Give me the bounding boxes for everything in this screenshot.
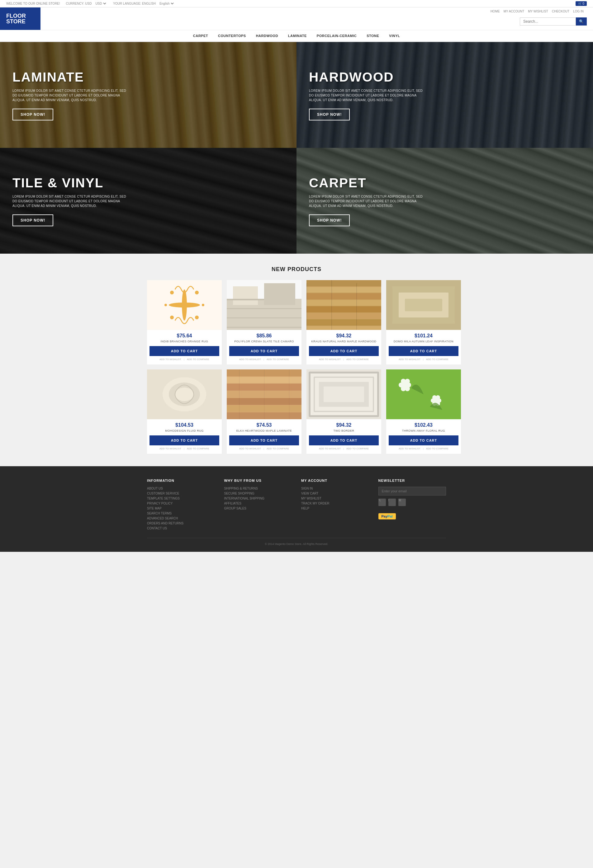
svg-rect-11	[233, 286, 258, 305]
product-card-1: $75.64 INDIB BRANCHES ORANGE RUG ADD TO …	[147, 280, 222, 365]
footer-link-my-wishlist[interactable]: MY WISHLIST	[301, 497, 369, 500]
hardwood-shop-button[interactable]: SHOP NOW!	[309, 109, 350, 120]
add-to-cart-button-5[interactable]: ADD TO CART	[149, 435, 219, 445]
search-button[interactable]: 🔍	[576, 18, 587, 25]
paypal-badge: PayPal	[379, 513, 396, 520]
footer-information-title: INFORMATION	[147, 479, 215, 483]
nav-countertops[interactable]: COUNTERTOPS	[213, 30, 251, 41]
wishlist-link-5[interactable]: ADD TO WISHLIST	[160, 447, 181, 450]
compare-link-4[interactable]: ADD TO COMPARE	[426, 358, 448, 361]
footer-link-group-sales[interactable]: GROUP SALES	[224, 507, 292, 510]
compare-link-2[interactable]: ADD TO COMPARE	[266, 358, 289, 361]
footer-link-sign-in[interactable]: SIGN IN	[301, 487, 369, 490]
compare-link-3[interactable]: ADD TO COMPARE	[346, 358, 369, 361]
search-input[interactable]	[520, 18, 576, 25]
compare-link-5[interactable]: ADD TO COMPARE	[187, 447, 209, 450]
add-to-cart-button-6[interactable]: ADD TO CART	[229, 435, 299, 445]
my-account-link[interactable]: MY ACCOUNT	[504, 10, 525, 13]
welcome-message: WELCOME TO OUR ONLINE STORE! CURRENCY: U…	[6, 1, 175, 6]
footer-link-orders[interactable]: ORDERS AND RETURNS	[147, 522, 215, 525]
laminate-title: LAMINATE	[12, 70, 131, 85]
product-links-1: ADD TO WISHLIST | ADD TO COMPARE	[147, 358, 222, 361]
svg-rect-57	[324, 387, 364, 402]
header-top-links: 🛒 0	[575, 1, 587, 6]
wishlist-link-6[interactable]: ADD TO WISHLIST	[239, 447, 261, 450]
footer-link-customer-service[interactable]: CUSTOMER SERVICE	[147, 492, 215, 495]
wishlist-link-1[interactable]: ADD TO WISHLIST	[160, 358, 181, 361]
tile-vinyl-shop-button[interactable]: SHOP NOW!	[12, 214, 53, 226]
compare-link-1[interactable]: ADD TO COMPARE	[187, 358, 209, 361]
newsletter-input[interactable]	[379, 487, 446, 496]
footer-link-shipping[interactable]: SHIPPING & RETURNS	[224, 487, 292, 490]
product-image-8	[386, 369, 461, 419]
add-to-cart-button-4[interactable]: ADD TO CART	[389, 346, 458, 356]
wishlist-link-8[interactable]: ADD TO WISHLIST	[399, 447, 420, 450]
product-name-6: ELKA HEARTWOOD MAPLE LAMINATE	[227, 429, 302, 432]
nav-laminate[interactable]: LAMINATE	[283, 30, 312, 41]
login-link[interactable]: LOG IN	[573, 10, 584, 13]
rss-icon[interactable]: ⌘	[398, 499, 406, 506]
product-card-4: $101.24 DOMO MILA AUTUMN LEAF INSPIRATIO…	[386, 280, 461, 365]
product-price-7: $94.32	[306, 422, 381, 428]
product-name-7: TWO BORDER	[306, 429, 381, 432]
logo[interactable]: FLOOR STORE	[0, 7, 40, 30]
facebook-icon[interactable]: f	[388, 499, 396, 506]
carpet-shop-button[interactable]: SHOP NOW!	[309, 214, 350, 226]
add-to-cart-button-1[interactable]: ADD TO CART	[149, 346, 219, 356]
wishlist-link-7[interactable]: ADD TO WISHLIST	[319, 447, 341, 450]
product-name-1: INDIB BRANCHES ORANGE RUG	[147, 340, 222, 343]
svg-rect-25	[306, 326, 381, 330]
product-links-5: ADD TO WISHLIST | ADD TO COMPARE	[147, 447, 222, 450]
product-price-1: $75.64	[147, 333, 222, 339]
product-image-1	[147, 280, 222, 330]
wishlist-link-4[interactable]: ADD TO WISHLIST	[399, 358, 420, 361]
add-to-cart-button-7[interactable]: ADD TO CART	[309, 435, 379, 445]
product-card-7: $94.32 TWO BORDER ADD TO CART ADD TO WIS…	[306, 369, 381, 454]
laminate-shop-button[interactable]: SHOP NOW!	[12, 109, 53, 120]
language-select[interactable]: English	[158, 1, 175, 6]
svg-rect-24	[306, 319, 381, 326]
footer-link-secure[interactable]: SECURE SHOPPING	[224, 492, 292, 495]
svg-rect-23	[306, 313, 381, 319]
add-to-cart-button-2[interactable]: ADD TO CART	[229, 346, 299, 356]
footer-link-view-cart[interactable]: VIEW CART	[301, 492, 369, 495]
footer-bottom: © 2014 Magento Demo Store. All Rights Re…	[147, 538, 446, 546]
cart-icon[interactable]: 🛒 0	[575, 1, 587, 6]
add-to-cart-button-8[interactable]: ADD TO CART	[389, 435, 458, 445]
compare-link-8[interactable]: ADD TO COMPARE	[426, 447, 448, 450]
svg-rect-19	[306, 287, 381, 292]
svg-rect-12	[264, 283, 295, 305]
add-to-cart-button-3[interactable]: ADD TO CART	[309, 346, 379, 356]
product-price-4: $101.24	[386, 333, 461, 339]
nav-vinyl[interactable]: VINYL	[384, 30, 405, 41]
footer-link-search-terms[interactable]: SEARCH TERMS	[147, 512, 215, 515]
product-image-5	[147, 369, 222, 419]
footer-link-contact[interactable]: CONTACT US	[147, 527, 215, 530]
footer-link-sitemap[interactable]: SITE MAP	[147, 507, 215, 510]
wishlist-link-2[interactable]: ADD TO WISHLIST	[239, 358, 261, 361]
footer-link-template[interactable]: TEMPLATE SETTINGS	[147, 497, 215, 500]
footer-link-intl-shipping[interactable]: INTERNATIONAL SHIPPING	[224, 497, 292, 500]
footer-link-advanced-search[interactable]: ADVANCED SEARCH	[147, 517, 215, 520]
nav-carpet[interactable]: CARPET	[188, 30, 213, 41]
carpet-content: CARPET LOREM IPSUM DOLOR SIT AMET CONSE …	[309, 176, 427, 226]
compare-link-7[interactable]: ADD TO COMPARE	[346, 447, 369, 450]
twitter-icon[interactable]: 𝕏	[379, 499, 386, 506]
nav-hardwood[interactable]: HARDWOOD	[251, 30, 283, 41]
product-card-2: $85.86 POLYFLOR CREMA SLATE TILE CAMARO …	[227, 280, 302, 365]
wishlist-link-3[interactable]: ADD TO WISHLIST	[319, 358, 341, 361]
product-name-4: DOMO MILA AUTUMN LEAF INSPIRATION	[386, 340, 461, 343]
footer-link-help[interactable]: HELP	[301, 507, 369, 510]
nav-porcelain-ceramic[interactable]: PORCELAIN-CERAMIC	[312, 30, 362, 41]
compare-link-6[interactable]: ADD TO COMPARE	[266, 447, 289, 450]
currency-select[interactable]: USD	[94, 1, 107, 6]
footer-link-about[interactable]: ABOUT US	[147, 487, 215, 490]
home-link[interactable]: HOME	[491, 10, 500, 13]
wishlist-link[interactable]: MY WISHLIST	[528, 10, 548, 13]
footer-link-track-order[interactable]: TRACK MY ORDER	[301, 502, 369, 505]
footer-link-affiliates[interactable]: AFFILIATES	[224, 502, 292, 505]
nav-stone[interactable]: STONE	[362, 30, 384, 41]
product-price-6: $74.53	[227, 422, 302, 428]
footer-link-privacy[interactable]: PRIVACY POLICY	[147, 502, 215, 505]
checkout-link[interactable]: CHECKOUT	[552, 10, 569, 13]
